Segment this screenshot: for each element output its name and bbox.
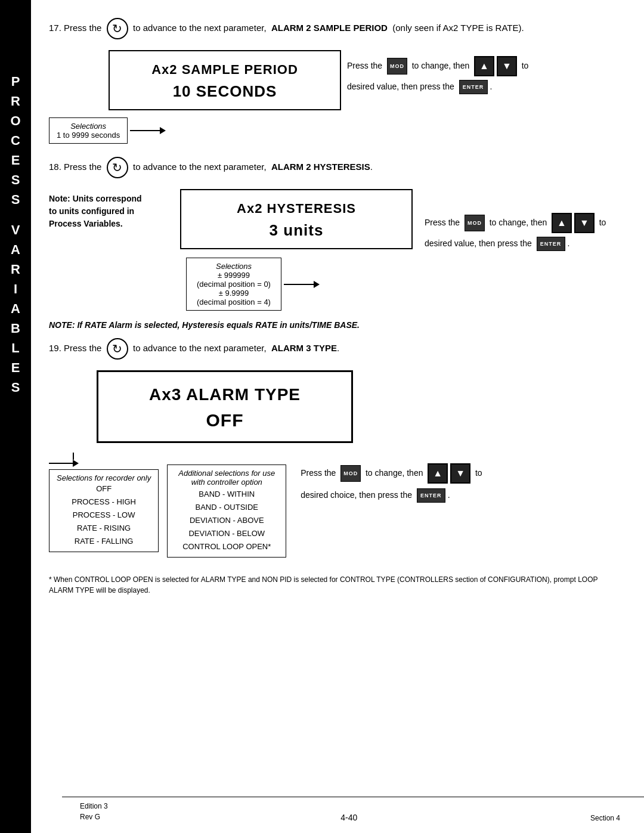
up-arrow-17[interactable]: ▲ <box>474 56 494 76</box>
sidebar-letter-o: O <box>10 111 20 131</box>
footer-section: Section 4 <box>590 814 620 822</box>
footer-left: Edition 3 Rev G <box>80 801 108 822</box>
sidebar-letter-b: B <box>11 318 20 338</box>
enter-button-19[interactable]: ENTER <box>417 488 445 503</box>
sidebar-letter-l: L <box>11 338 19 358</box>
sidebar-letter-e2: E <box>11 358 20 377</box>
mod-button-19[interactable]: MOD <box>340 465 361 482</box>
sidebar-letter-s1: S <box>11 170 20 190</box>
advance-button-19[interactable]: ↻ <box>107 338 128 360</box>
step18-note: Note: Units correspond to units configur… <box>49 193 180 230</box>
hysteresis-title: Ax2 HYSTERESIS <box>193 201 400 216</box>
note-rate: NOTE: If RATE Alarm is selected, Hystere… <box>49 320 620 330</box>
footnote-area: * When CONTROL LOOP OPEN is selected for… <box>49 574 620 596</box>
step19-instr1: Press the MOD to change, then ▲ ▼ to <box>301 463 620 484</box>
sidebar-letter-r: R <box>11 91 20 111</box>
main-content: 17. Press the ↻ to advance to the next p… <box>31 0 644 833</box>
sidebar: P R O C E S S V A R I A B L E S <box>0 0 31 833</box>
step17-sel-value: 1 to 9999 seconds <box>57 131 120 140</box>
step18-sel-lines: ± 999999 (decimal position = 0) ± 9.9999… <box>194 271 274 306</box>
down-arrow-18[interactable]: ▼ <box>574 213 595 233</box>
step17-text: 17. Press the ↻ to advance to the next p… <box>49 18 620 39</box>
footnote-text: * When CONTROL LOOP OPEN is selected for… <box>49 574 620 596</box>
sidebar-letter-a: A <box>11 240 20 259</box>
ax3-alarm-title: Ax3 ALARM TYPE <box>110 385 339 404</box>
hysteresis-display: Ax2 HYSTERESIS 3 units <box>180 189 413 249</box>
mod-button-18[interactable]: MOD <box>465 215 485 231</box>
step17-sel-title: Selections <box>57 122 120 131</box>
up-arrow-19[interactable]: ▲ <box>428 463 448 484</box>
sidebar-letter-c: C <box>11 131 20 150</box>
step18-instructions: Press the MOD to change, then ▲ ▼ to des… <box>413 189 620 255</box>
enter-button-18[interactable]: ENTER <box>537 237 565 251</box>
step18-sel-title: Selections <box>194 262 274 271</box>
footer-edition: Edition 3 <box>80 802 108 810</box>
sidebar-letter-r: R <box>11 259 20 279</box>
sidebar-letter-e: E <box>11 150 20 170</box>
ax3-alarm-display: Ax3 ALARM TYPE OFF <box>97 370 353 443</box>
sidebar-letter-p: P <box>11 72 20 91</box>
step18-instr2: desired value, then press the ENTER . <box>425 237 620 251</box>
step17-selections-box: Selections 1 to 9999 seconds <box>49 117 128 144</box>
mod-button-17[interactable]: MOD <box>387 58 407 75</box>
footer-page-number: 4-40 <box>340 813 357 822</box>
step19-add-subtitle: with controller option <box>175 478 278 487</box>
page-footer: Edition 3 Rev G 4-40 Section 4 <box>62 797 644 822</box>
sidebar-letter-i: I <box>14 279 17 299</box>
step18-text: 18. Press the ↻ to advance to the next p… <box>49 157 620 178</box>
step19-additional-selections: Additional selections for use with contr… <box>167 465 286 558</box>
step19-add-items: BAND - WITHIN BAND - OUTSIDE DEVIATION -… <box>175 488 278 553</box>
sample-period-value: 10 SECONDS <box>122 82 328 101</box>
step19-instr2: desired choice, then press the ENTER . <box>301 488 620 503</box>
advance-button-17[interactable]: ↻ <box>107 18 128 39</box>
step18-selections-box: Selections ± 999999 (decimal position = … <box>186 258 281 311</box>
sidebar-letter-a2: A <box>11 299 20 318</box>
sidebar-letter-v: V <box>11 220 20 240</box>
step19-param-name: ALARM 3 TYPE <box>271 343 337 353</box>
down-arrow-19[interactable]: ▼ <box>450 463 470 484</box>
step19-instructions: Press the MOD to change, then ▲ ▼ to des… <box>295 453 620 506</box>
step19-recorder-selections: Selections for recorder only OFF PROCESS… <box>49 469 159 552</box>
step19-add-title: Additional selections for use <box>175 469 278 478</box>
sidebar-letter-s2: S <box>11 190 20 209</box>
sample-period-title: Ax2 SAMPLE PERIOD <box>122 62 328 78</box>
footer-rev: Rev G <box>80 813 100 821</box>
step17-instructions: Press the MOD to change, then ▲ ▼ to des… <box>341 50 620 98</box>
hysteresis-value: 3 units <box>193 221 400 240</box>
down-arrow-17[interactable]: ▼ <box>497 56 517 76</box>
step18-param-name: ALARM 2 HYSTERESIS <box>271 162 370 172</box>
up-arrow-18[interactable]: ▲ <box>552 213 572 233</box>
step17-instr1: Press the MOD to change, then ▲ ▼ to <box>347 56 620 76</box>
step17-instr2: desired value, then press the ENTER . <box>347 80 620 94</box>
advance-button-18[interactable]: ↻ <box>107 157 128 178</box>
step19-text: 19. Press the ↻ to advance to the next p… <box>49 338 620 360</box>
step17-param-name: ALARM 2 SAMPLE PERIOD <box>271 23 388 33</box>
enter-button-17[interactable]: ENTER <box>459 80 488 94</box>
sample-period-display: Ax2 SAMPLE PERIOD 10 SECONDS <box>109 50 341 110</box>
step19-sel-items: OFF PROCESS - HIGH PROCESS - LOW RATE - … <box>57 482 151 548</box>
sidebar-letter-s3: S <box>11 377 20 397</box>
step18-instr1: Press the MOD to change, then ▲ ▼ to <box>425 213 620 233</box>
step19-sel-title: Selections for recorder only <box>57 473 151 482</box>
ax3-alarm-value: OFF <box>110 410 339 431</box>
